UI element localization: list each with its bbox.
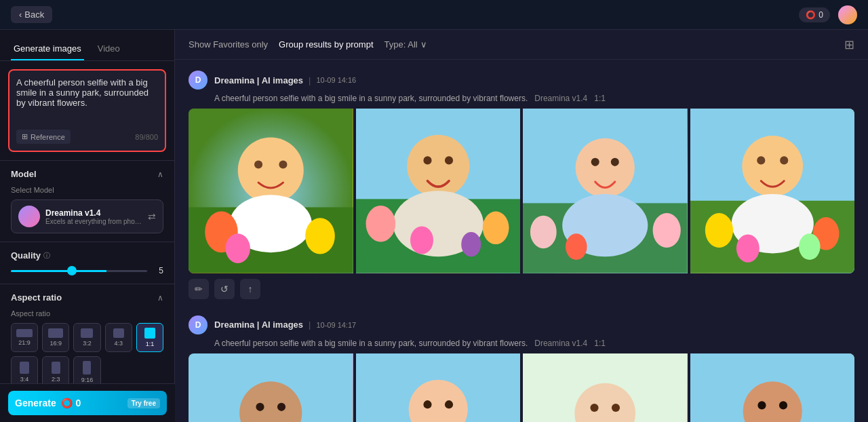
user-avatar[interactable] — [838, 5, 857, 24]
aspect-btn-16-9[interactable]: 16:9 — [42, 323, 69, 352]
toolbar-left: Show Favorites only Group results by pro… — [189, 37, 427, 52]
image-slot-1-2[interactable] — [356, 109, 521, 273]
aspect-label-4-3: 4:3 — [114, 340, 123, 347]
image-slot-1-1[interactable] — [189, 109, 353, 273]
image-svg-1-2 — [356, 109, 521, 273]
refresh-button-1[interactable]: ↺ — [214, 279, 235, 299]
tab-generate[interactable]: Generate images — [11, 38, 84, 60]
image-slot-1-4[interactable] — [690, 109, 855, 273]
topbar-right: ⭕ 0 — [799, 5, 857, 24]
aspect-shape-3-2 — [81, 328, 93, 338]
aspect-btn-1-1[interactable]: 1:1 — [136, 323, 163, 352]
aspect-ratio-section: Aspect ratio ∧ Aspect ratio 21:9 16:9 — [0, 284, 174, 396]
images-grid-1 — [189, 109, 854, 273]
download-button-1[interactable]: ↑ — [240, 279, 260, 299]
content-toolbar: Show Favorites only Group results by pro… — [175, 30, 868, 60]
type-chevron-icon: ∨ — [420, 39, 427, 50]
svg-point-2 — [238, 137, 304, 203]
model-name: Dreamina v1.4 — [45, 208, 142, 218]
image-slot-2-2[interactable] — [356, 353, 521, 423]
result-meta-2: Dreamina | AI images | 10-09 14:17 — [214, 320, 854, 330]
result-username-2: Dreamina | AI images — [214, 320, 303, 330]
quality-label: Quality — [11, 250, 41, 261]
aspect-label-16-9: 16:9 — [50, 340, 62, 347]
aspect-label-3-4: 3:4 — [20, 376, 29, 383]
aspect-grid: 21:9 16:9 3:2 4:3 — [11, 323, 163, 388]
try-free-badge: Try free — [127, 398, 160, 408]
aspect-label-9-16: 9:16 — [81, 377, 94, 383]
svg-point-7 — [305, 218, 335, 254]
prompt-footer: ⊞ Reference 89/800 — [16, 130, 158, 144]
generate-bar: Generate ⭕ 0 Try free — [0, 383, 175, 422]
model-card[interactable]: Dreamina v1.4 Excels at everything from … — [11, 199, 163, 233]
svg-point-52 — [444, 400, 452, 408]
result-header-1: D Dreamina | AI images | 10-09 14:16 — [189, 71, 854, 90]
result-avatar-1: D — [189, 71, 208, 90]
main-layout: Generate images Video A cheerful person … — [0, 30, 868, 422]
result-prompt-2: A cheerful person selfie with a big smil… — [189, 339, 854, 348]
sidebar: Generate images Video A cheerful person … — [0, 30, 175, 422]
quality-value: 5 — [153, 266, 163, 275]
topbar: ‹ Back ⭕ 0 — [0, 0, 868, 30]
type-select-button[interactable]: Type: All ∨ — [384, 39, 427, 50]
reference-icon: ⊞ — [22, 132, 28, 141]
prompt-input[interactable]: A cheerful person selfie with a big smil… — [16, 77, 158, 125]
svg-point-11 — [407, 135, 469, 197]
svg-point-61 — [590, 403, 598, 411]
model-chevron-icon: ∧ — [157, 170, 163, 179]
aspect-shape-1-1 — [144, 328, 155, 339]
svg-point-33 — [780, 156, 788, 164]
credits-icon: ⭕ — [806, 10, 816, 20]
aspect-btn-4-3[interactable]: 4:3 — [105, 323, 132, 352]
quality-header: Quality ⓘ — [11, 250, 163, 261]
image-slot-1-3[interactable] — [523, 109, 688, 273]
back-button[interactable]: ‹ Back — [11, 6, 52, 23]
back-icon: ‹ — [19, 9, 22, 20]
model-switch-icon[interactable]: ⇄ — [148, 211, 156, 222]
credits-badge: ⭕ 0 — [799, 7, 830, 22]
image-slot-2-3[interactable] — [523, 353, 688, 423]
reference-label: Reference — [31, 133, 65, 141]
quality-section: Quality ⓘ 5 — [0, 242, 174, 284]
svg-point-15 — [366, 206, 395, 242]
image-slot-2-1[interactable] — [189, 353, 353, 423]
back-label: Back — [24, 9, 44, 20]
generate-label: Generate ⭕ 0 — [15, 398, 81, 408]
svg-point-26 — [653, 213, 681, 248]
topbar-left: ‹ Back — [11, 6, 52, 23]
generate-button[interactable]: Generate ⭕ 0 Try free — [8, 391, 167, 415]
aspect-shape-9-16 — [83, 361, 91, 375]
svg-point-16 — [482, 212, 509, 245]
svg-point-18 — [461, 232, 481, 256]
svg-point-43 — [277, 402, 285, 410]
prompt-section: A cheerful person selfie with a big smil… — [0, 61, 174, 160]
result-meta-1: Dreamina | AI images | 10-09 14:16 — [214, 75, 854, 85]
svg-point-27 — [566, 233, 587, 260]
svg-point-5 — [279, 160, 287, 168]
reference-button[interactable]: ⊞ Reference — [16, 130, 71, 144]
svg-point-42 — [256, 402, 264, 410]
group-results-button[interactable]: Group results by prompt — [279, 37, 373, 52]
aspect-btn-21-9[interactable]: 21:9 — [11, 323, 38, 352]
svg-point-13 — [423, 156, 431, 164]
aspect-ratio-header: Aspect ratio ∧ — [11, 292, 163, 303]
svg-point-37 — [799, 233, 821, 260]
result-time-1: 10-09 14:16 — [316, 76, 356, 84]
model-section: Model ∧ Select Model Dreamina v1.4 Excel… — [0, 160, 174, 242]
result-group-1: D Dreamina | AI images | 10-09 14:16 A c… — [189, 71, 854, 299]
image-slot-2-4[interactable] — [690, 353, 855, 423]
aspect-label-1-1: 1:1 — [146, 341, 155, 347]
aspect-shape-4-3 — [113, 328, 124, 338]
quality-slider[interactable] — [11, 270, 147, 272]
show-favorites-button[interactable]: Show Favorites only — [189, 37, 268, 52]
image-svg-2-2 — [356, 353, 521, 423]
svg-point-23 — [591, 158, 599, 166]
slider-row: 5 — [11, 266, 163, 275]
edit-button-1[interactable]: ✏ — [189, 279, 209, 299]
char-count: 89/800 — [135, 133, 158, 141]
layout-toggle[interactable]: ⊞ — [844, 37, 854, 52]
aspect-btn-3-2[interactable]: 3:2 — [73, 323, 100, 352]
tab-video[interactable]: Video — [95, 38, 123, 60]
result-time-2: 10-09 14:17 — [316, 321, 356, 329]
image-svg-2-3 — [523, 353, 688, 423]
